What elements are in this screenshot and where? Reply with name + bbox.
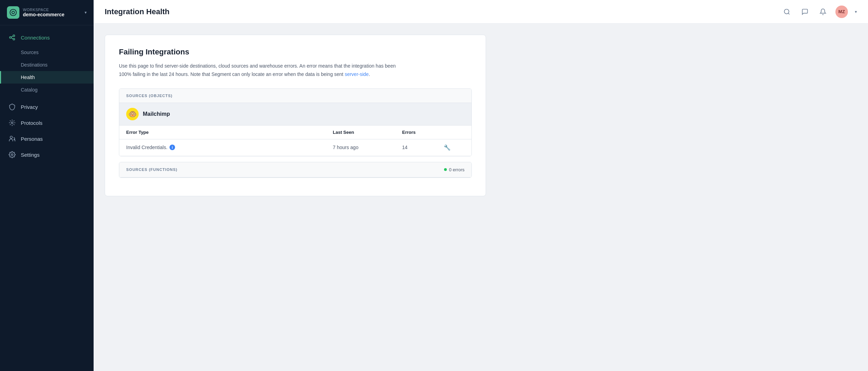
sidebar-item-catalog[interactable]: Catalog — [0, 84, 94, 96]
sources-functions-label: SOURCES (FUNCTIONS) — [126, 167, 177, 172]
col-last-seen: Last Seen — [333, 130, 402, 135]
mailchimp-icon: 🐵 — [126, 108, 139, 120]
privacy-icon — [8, 103, 16, 111]
settings-label: Settings — [21, 152, 40, 158]
bell-icon[interactable] — [817, 6, 828, 17]
personas-icon — [8, 135, 16, 143]
sidebar-item-personas[interactable]: Personas — [0, 131, 94, 147]
svg-line-5 — [11, 36, 13, 37]
protocols-icon — [8, 119, 16, 127]
sidebar-item-health[interactable]: Health — [0, 71, 94, 84]
sources-objects-label: SOURCES (OBJECTS) — [126, 94, 173, 98]
sidebar-item-settings[interactable]: Settings — [0, 147, 94, 163]
wrench-icon[interactable]: 🔧 — [444, 144, 451, 151]
sidebar-item-protocols[interactable]: Protocols — [0, 115, 94, 131]
svg-point-2 — [10, 37, 11, 38]
card-description: Use this page to find server-side destin… — [119, 62, 396, 79]
topbar-actions: MZ ▾ — [781, 6, 857, 18]
connections-label: Connections — [21, 35, 50, 41]
sidebar-item-sources[interactable]: Sources — [0, 46, 94, 59]
sidebar-nav: Connections Sources Destinations Health … — [0, 25, 94, 371]
mailchimp-integration-row: 🐵 Mailchimp — [119, 103, 471, 126]
sources-functions-header: SOURCES (FUNCTIONS) 0 errors — [119, 162, 471, 178]
avatar[interactable]: MZ — [835, 6, 848, 18]
workspace-chevron-icon[interactable]: ▾ — [85, 10, 87, 15]
info-icon[interactable]: i — [170, 145, 175, 150]
green-dot-icon — [444, 168, 447, 171]
topbar: Integration Health MZ ▾ — [94, 0, 868, 24]
workspace-info: Workspace demo-ecommerce — [23, 8, 64, 17]
connections-sub-nav: Sources Destinations Health Catalog — [0, 45, 94, 99]
last-seen-text: 7 hours ago — [333, 145, 358, 150]
errors-count: 14 — [402, 145, 408, 150]
svg-point-7 — [11, 122, 13, 124]
svg-point-4 — [13, 38, 15, 40]
sources-objects-section: SOURCES (OBJECTS) 🐵 Mailchimp Error Type… — [119, 88, 472, 156]
sidebar-logo — [7, 6, 19, 19]
avatar-chevron-icon[interactable]: ▾ — [855, 9, 857, 14]
svg-line-11 — [788, 13, 790, 14]
sources-functions-section: SOURCES (FUNCTIONS) 0 errors — [119, 162, 472, 178]
personas-label: Personas — [21, 136, 43, 142]
last-seen-cell: 7 hours ago — [333, 145, 402, 150]
col-actions — [444, 130, 465, 135]
status-text: 0 errors — [449, 167, 465, 172]
content-area: Failing Integrations Use this page to fi… — [94, 24, 868, 371]
settings-icon — [8, 151, 16, 158]
server-side-link[interactable]: server-side — [345, 71, 368, 77]
protocols-label: Protocols — [21, 120, 43, 126]
sources-functions-status: 0 errors — [444, 167, 465, 172]
svg-point-1 — [12, 11, 14, 14]
svg-point-8 — [10, 136, 12, 139]
search-icon[interactable] — [781, 6, 792, 17]
sidebar: Workspace demo-ecommerce ▾ Connections S… — [0, 0, 94, 371]
main-content: Integration Health MZ ▾ Fail — [94, 0, 868, 371]
card-title: Failing Integrations — [119, 48, 472, 57]
svg-point-9 — [11, 154, 13, 156]
actions-cell: 🔧 — [444, 144, 465, 151]
error-type-cell: Invalid Credentials. i — [126, 145, 333, 150]
failing-integrations-card: Failing Integrations Use this page to fi… — [105, 35, 486, 196]
sidebar-header[interactable]: Workspace demo-ecommerce ▾ — [0, 0, 94, 25]
error-table-row: Invalid Credentials. i 7 hours ago 14 🔧 — [119, 139, 471, 156]
mailchimp-name: Mailchimp — [143, 111, 170, 117]
svg-line-6 — [11, 38, 13, 39]
col-errors: Errors — [402, 130, 444, 135]
notifications-chat-icon[interactable] — [799, 6, 810, 17]
error-table-header: Error Type Last Seen Errors — [119, 126, 471, 139]
description-text-2: . — [369, 71, 370, 77]
connections-icon — [8, 34, 16, 41]
col-error-type: Error Type — [126, 130, 333, 135]
page-title: Integration Health — [105, 7, 776, 16]
sidebar-item-privacy[interactable]: Privacy — [0, 99, 94, 115]
svg-point-3 — [13, 35, 15, 37]
sources-objects-header: SOURCES (OBJECTS) — [119, 89, 471, 103]
svg-point-10 — [784, 9, 789, 14]
error-type-text: Invalid Credentials. — [126, 145, 167, 150]
errors-count-cell: 14 — [402, 145, 444, 150]
sidebar-item-destinations[interactable]: Destinations — [0, 59, 94, 71]
workspace-name: demo-ecommerce — [23, 12, 64, 17]
sidebar-item-connections[interactable]: Connections — [0, 29, 94, 45]
privacy-label: Privacy — [21, 104, 38, 110]
workspace-label: Workspace — [23, 8, 64, 12]
